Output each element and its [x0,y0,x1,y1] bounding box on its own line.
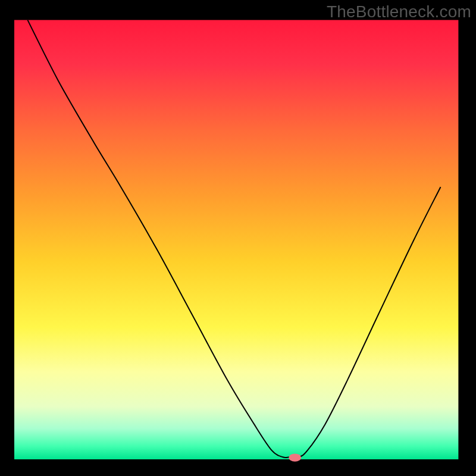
optimum-marker [289,453,301,461]
plot-area [14,20,458,459]
watermark-text: TheBottleneck.com [327,2,471,21]
chart-container: TheBottleneck.com [0,0,476,476]
bottleneck-chart [0,0,476,476]
